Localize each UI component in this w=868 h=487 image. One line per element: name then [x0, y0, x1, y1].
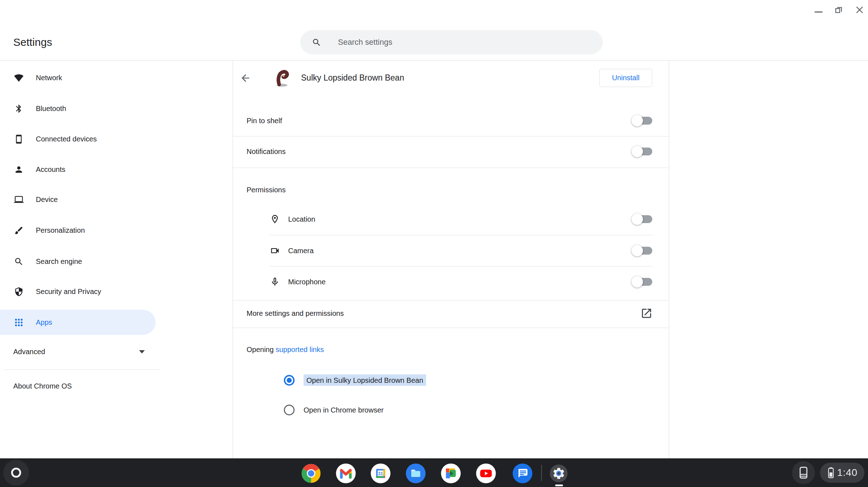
sidebar-item-label: Device — [36, 196, 58, 204]
open-in-new-icon[interactable] — [640, 307, 653, 319]
shelf-app-calendar[interactable]: 31 — [370, 463, 391, 484]
svg-text:31: 31 — [378, 471, 383, 476]
divider — [233, 136, 668, 136]
shelf-app-messages[interactable] — [512, 463, 533, 484]
opening-links-heading: Opening supported links — [247, 346, 324, 354]
search-icon — [14, 257, 24, 266]
youtube-icon — [475, 463, 497, 484]
sidebar-item-accounts[interactable]: Accounts — [0, 157, 156, 182]
files-icon — [405, 463, 426, 484]
camera-toggle[interactable] — [631, 245, 652, 256]
shelf-app-chrome[interactable] — [300, 463, 322, 484]
close-button[interactable] — [856, 6, 863, 14]
sidebar-item-label: Accounts — [36, 165, 65, 174]
sidebar-item-network[interactable]: Network — [0, 65, 156, 90]
minimize-button[interactable] — [815, 11, 822, 13]
toggle-thumb — [631, 115, 643, 126]
wifi-icon — [14, 73, 24, 83]
uninstall-button[interactable]: Uninstall — [599, 69, 652, 87]
location-pin-icon — [270, 214, 280, 224]
shelf-separator — [541, 465, 542, 481]
open-in-chrome-radio[interactable] — [284, 405, 295, 415]
smartphone-icon — [14, 134, 24, 144]
sidebar-item-connected-devices[interactable]: Connected devices — [0, 126, 156, 151]
shelf-app-youtube[interactable] — [475, 463, 497, 484]
open-in-app-radio[interactable] — [284, 375, 295, 386]
gmail-icon — [335, 463, 357, 484]
apps-grid-icon — [14, 318, 24, 327]
search-icon — [312, 38, 321, 47]
person-icon — [14, 165, 24, 174]
notifications-label: Notifications — [247, 148, 286, 156]
laptop-icon — [14, 195, 24, 204]
sidebar-item-device[interactable]: Device — [0, 187, 156, 212]
phone-hub-icon — [798, 466, 809, 480]
sidebar-item-bluetooth[interactable]: Bluetooth — [0, 96, 156, 121]
search-bar[interactable] — [300, 30, 603, 54]
phone-hub-button[interactable] — [792, 461, 815, 484]
advanced-label: Advanced — [13, 348, 45, 356]
toggle-thumb — [631, 276, 643, 288]
selected-text-highlight: Open in Sulky Lopsided Brown Bean — [304, 375, 426, 386]
divider — [269, 235, 653, 235]
videocam-icon — [270, 246, 280, 256]
page-title: Settings — [13, 36, 52, 48]
about-label: About Chrome OS — [13, 382, 72, 390]
divider — [233, 300, 668, 300]
more-settings-label: More settings and permissions — [247, 309, 344, 318]
restore-window-button[interactable] — [834, 6, 843, 14]
shield-icon — [14, 287, 24, 296]
sidebar-item-label: Apps — [36, 318, 52, 327]
launcher-icon — [11, 468, 21, 478]
sidebar-item-label: Security and Privacy — [36, 288, 101, 296]
titlebar: Settings — [0, 0, 868, 61]
microphone-toggle[interactable] — [631, 276, 652, 288]
search-input[interactable] — [337, 37, 568, 47]
sidebar-item-apps[interactable]: Apps — [0, 310, 156, 335]
camera-label: Camera — [288, 247, 314, 255]
app-detail-panel: Sulky Lopsided Brown Bean Uninstall Pin … — [233, 61, 669, 458]
shelf-app-files[interactable] — [405, 463, 426, 484]
permissions-heading: Permissions — [247, 186, 286, 194]
shelf-app-settings-active[interactable] — [549, 464, 568, 483]
sidebar-item-label: Personalization — [36, 226, 85, 235]
location-toggle[interactable] — [631, 213, 652, 225]
calendar-icon: 31 — [370, 463, 391, 484]
pin-to-shelf-toggle[interactable] — [631, 115, 652, 126]
sidebar-divider — [4, 370, 159, 370]
supported-links-link[interactable]: supported links — [276, 346, 324, 353]
shelf: 31 — [0, 458, 868, 487]
clock-time: 1:40 — [837, 467, 858, 478]
status-tray[interactable]: 1:40 — [820, 463, 864, 483]
back-arrow-icon[interactable] — [240, 72, 251, 84]
sidebar-item-personalization[interactable]: Personalization — [0, 218, 156, 243]
notifications-toggle[interactable] — [631, 146, 652, 157]
toggle-thumb — [631, 146, 643, 157]
sidebar-item-label: Bluetooth — [36, 105, 66, 113]
divider — [269, 266, 653, 266]
opening-prefix: Opening — [247, 346, 276, 353]
messages-icon — [512, 463, 533, 484]
microphone-label: Microphone — [288, 278, 326, 286]
shelf-app-gmail[interactable] — [335, 463, 357, 484]
divider — [233, 168, 668, 168]
launcher-button[interactable] — [3, 460, 29, 486]
sidebar: Network Bluetooth Connected devices Acco… — [0, 61, 161, 458]
toggle-thumb — [631, 245, 643, 256]
location-label: Location — [288, 215, 315, 223]
sidebar-advanced-expander[interactable]: Advanced — [0, 339, 161, 364]
open-in-chrome-label[interactable]: Open in Chrome browser — [304, 406, 383, 414]
sidebar-item-search-engine[interactable]: Search engine — [0, 249, 156, 274]
microphone-icon — [270, 277, 280, 287]
toggle-thumb — [631, 213, 643, 225]
sidebar-item-security-privacy[interactable]: Security and Privacy — [0, 279, 156, 304]
sidebar-item-about-chromeos[interactable]: About Chrome OS — [0, 375, 161, 397]
bluetooth-icon — [14, 104, 24, 114]
shelf-app-meet[interactable] — [440, 463, 462, 484]
sidebar-item-label: Network — [36, 74, 62, 82]
open-in-app-label[interactable]: Open in Sulky Lopsided Brown Bean — [304, 376, 426, 385]
battery-icon — [827, 467, 835, 479]
chrome-icon — [300, 463, 322, 484]
sulky-bean-app-icon — [273, 68, 290, 88]
divider — [233, 328, 668, 328]
